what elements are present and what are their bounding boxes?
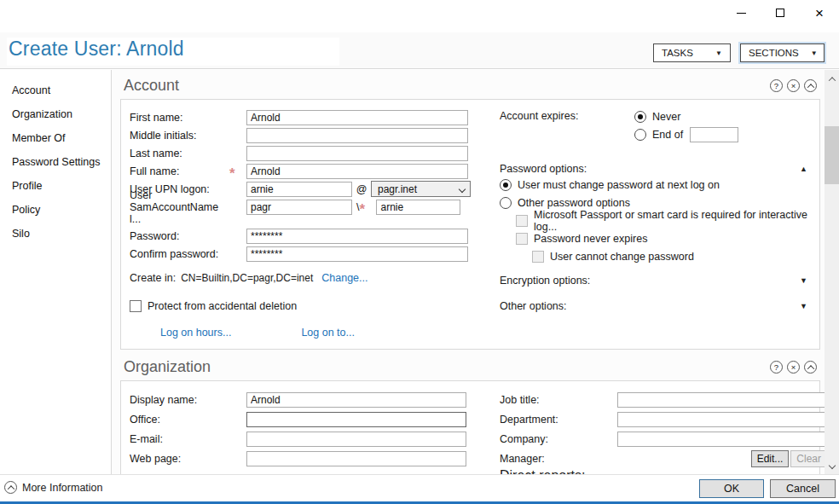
manager-clear-button[interactable]: Clear — [790, 450, 827, 467]
must-change-option: User must change password at next log on — [500, 177, 811, 193]
maximize-button[interactable] — [761, 0, 800, 26]
main-content: Account ? × First name: Middle init — [112, 70, 839, 474]
password-options-header: Password options: ▲ — [500, 161, 811, 177]
sidebar-item-silo[interactable]: Silo — [0, 222, 111, 246]
collapse-triangle-icon[interactable]: ▲ — [800, 165, 807, 173]
cannot-change-checkbox[interactable] — [532, 251, 544, 263]
first-name-row: First name: — [130, 108, 489, 126]
sam-name-input[interactable] — [376, 200, 460, 215]
display-name-input[interactable] — [246, 392, 466, 408]
department-label: Department: — [500, 414, 617, 426]
protect-deletion-row: Protect from accidental deletion — [130, 298, 489, 314]
web-page-label: Web page: — [130, 453, 246, 465]
display-name-row: Display name: — [130, 390, 489, 409]
change-link[interactable]: Change... — [321, 272, 367, 284]
password-input[interactable] — [246, 229, 468, 244]
ok-button[interactable]: OK — [699, 479, 764, 498]
confirm-password-row: Confirm password: — [130, 245, 489, 263]
company-input[interactable] — [617, 432, 826, 447]
manager-edit-button[interactable]: Edit... — [751, 450, 790, 467]
scroll-up-button[interactable] — [825, 72, 839, 86]
organization-right-column: Job title: Department: Company: Manager: — [495, 390, 829, 474]
section-collapse-icon[interactable] — [804, 361, 817, 374]
job-title-row: Job title: — [500, 390, 827, 409]
sam-account-label: User SamAccountName l... — [130, 189, 229, 225]
must-change-radio[interactable] — [500, 179, 512, 191]
middle-initials-input[interactable] — [246, 128, 468, 143]
account-expires-row: Account expires: Never End of — [500, 108, 811, 144]
sidebar-item-policy[interactable]: Policy — [0, 198, 111, 222]
other-password-radio[interactable] — [500, 197, 512, 209]
section-collapse-icon[interactable] — [804, 79, 817, 92]
log-on-hours-link[interactable]: Log on hours... — [160, 327, 231, 342]
sections-button[interactable]: SECTIONS ▼ — [740, 43, 825, 62]
help-icon[interactable]: ? — [770, 79, 783, 92]
account-right-column: Account expires: Never End of — [495, 108, 813, 342]
office-input[interactable] — [246, 412, 466, 427]
tasks-button[interactable]: TASKS ▼ — [653, 43, 731, 62]
sidebar-item-member-of[interactable]: Member Of — [0, 126, 111, 150]
protect-deletion-label: Protect from accidental deletion — [148, 300, 297, 312]
chevron-down-icon: ▼ — [811, 49, 818, 57]
sidebar-item-organization[interactable]: Organization — [0, 102, 111, 126]
minimize-button[interactable] — [721, 0, 761, 26]
scrollbar-thumb[interactable] — [825, 126, 839, 184]
required-asterisk-icon: * — [229, 165, 246, 178]
account-groupbox: First name: Middle initials: Last name: — [120, 99, 820, 350]
middle-initials-label: Middle initials: — [130, 130, 229, 142]
company-label: Company: — [500, 433, 617, 445]
log-on-to-link[interactable]: Log on to... — [301, 327, 355, 342]
more-information-toggle[interactable]: More Information — [4, 481, 102, 494]
web-page-row: Web page: — [130, 449, 489, 468]
expires-never-radio[interactable] — [634, 111, 646, 123]
chevron-down-icon: ▼ — [715, 49, 722, 57]
sidebar-item-account[interactable]: Account — [0, 78, 111, 102]
create-in-path: CN=Builtin,DC=pagr,DC=inet — [181, 272, 313, 284]
confirm-password-input[interactable] — [246, 246, 468, 262]
sam-account-row: User SamAccountName l... \ * — [130, 198, 489, 216]
other-options-label: Other options: — [500, 300, 567, 312]
full-name-row: Full name: * — [130, 162, 489, 180]
close-button[interactable]: × — [800, 0, 839, 26]
email-input[interactable] — [246, 432, 466, 447]
expand-triangle-icon[interactable]: ▼ — [800, 302, 807, 310]
section-close-icon[interactable]: × — [787, 361, 800, 374]
minimize-icon — [737, 13, 746, 14]
scroll-down-button[interactable] — [825, 458, 839, 472]
tasks-button-label: TASKS — [662, 48, 693, 58]
department-input[interactable] — [617, 412, 826, 427]
expires-date-input[interactable] — [690, 127, 738, 142]
last-name-input[interactable] — [246, 146, 468, 161]
first-name-input[interactable] — [246, 110, 468, 125]
create-in-label: Create in: — [130, 272, 176, 284]
sidebar-item-profile[interactable]: Profile — [0, 174, 111, 198]
never-expires-checkbox[interactable] — [516, 233, 528, 245]
titlebar: × — [0, 0, 839, 26]
must-change-label: User must change password at next log on — [518, 179, 720, 191]
upn-logon-input[interactable] — [246, 182, 352, 197]
other-options-header: Other options: ▼ — [500, 298, 811, 314]
web-page-input[interactable] — [246, 451, 466, 466]
organization-section-title: Organization — [124, 358, 211, 376]
cancel-button[interactable]: Cancel — [770, 479, 836, 498]
dialog-body: Account Organization Member Of Password … — [0, 70, 839, 474]
protect-deletion-checkbox[interactable] — [130, 300, 142, 312]
upn-domain-select[interactable]: pagr.inet — [371, 181, 471, 197]
sidebar-item-password-settings[interactable]: Password Settings — [0, 150, 111, 174]
company-row: Company: — [500, 429, 827, 449]
passport-checkbox[interactable] — [516, 215, 528, 227]
passport-label: Microsoft Passport or smart card is requ… — [534, 209, 811, 233]
expires-never-option: Never — [634, 108, 738, 125]
sam-domain-input[interactable] — [246, 200, 352, 215]
job-title-input[interactable] — [617, 392, 826, 408]
expires-end-of-option: End of — [634, 126, 738, 142]
expand-triangle-icon[interactable]: ▼ — [800, 276, 807, 285]
full-name-input[interactable] — [246, 164, 468, 179]
vertical-scrollbar[interactable] — [825, 70, 839, 474]
password-row: Password: — [130, 227, 489, 245]
expires-end-of-radio[interactable] — [634, 129, 646, 141]
section-close-icon[interactable]: × — [787, 79, 800, 92]
close-icon: × — [815, 6, 824, 20]
help-icon[interactable]: ? — [770, 361, 783, 374]
email-label: E-mail: — [130, 433, 246, 445]
